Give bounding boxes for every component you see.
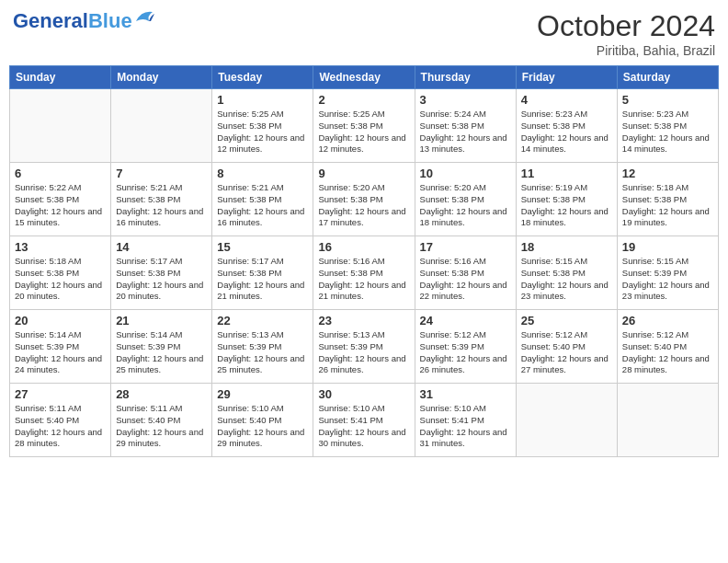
calendar-cell: 30Sunrise: 5:10 AM Sunset: 5:41 PM Dayli…: [313, 384, 415, 457]
day-number: 8: [217, 167, 308, 180]
day-number: 1: [217, 93, 308, 107]
day-number: 23: [318, 314, 409, 327]
weekday-header-tuesday: Tuesday: [212, 66, 313, 89]
month-year-title: October 2024: [537, 9, 715, 43]
page-header: GeneralBlue October 2024 Piritiba, Bahia…: [9, 9, 719, 58]
calendar-cell: 10Sunrise: 5:20 AM Sunset: 5:38 PM Dayli…: [415, 163, 516, 236]
day-number: 25: [521, 314, 612, 327]
day-number: 16: [318, 240, 409, 254]
calendar-cell: 15Sunrise: 5:17 AM Sunset: 5:38 PM Dayli…: [212, 236, 313, 310]
calendar-cell: 13Sunrise: 5:18 AM Sunset: 5:38 PM Dayli…: [10, 236, 111, 310]
day-info: Sunrise: 5:14 AM Sunset: 5:39 PM Dayligh…: [116, 329, 207, 376]
day-number: 24: [420, 314, 511, 327]
calendar-cell: 31Sunrise: 5:10 AM Sunset: 5:41 PM Dayli…: [415, 384, 516, 457]
day-number: 5: [622, 93, 713, 107]
day-number: 17: [420, 240, 511, 254]
calendar-cell: 17Sunrise: 5:16 AM Sunset: 5:38 PM Dayli…: [415, 236, 516, 310]
day-number: 11: [521, 167, 612, 180]
day-info: Sunrise: 5:19 AM Sunset: 5:38 PM Dayligh…: [521, 182, 612, 229]
day-info: Sunrise: 5:20 AM Sunset: 5:38 PM Dayligh…: [318, 182, 409, 229]
calendar-cell: 25Sunrise: 5:12 AM Sunset: 5:40 PM Dayli…: [516, 310, 617, 384]
day-number: 20: [15, 314, 106, 327]
day-number: 10: [420, 167, 511, 180]
calendar-cell: 2Sunrise: 5:25 AM Sunset: 5:38 PM Daylig…: [313, 89, 415, 163]
day-number: 19: [622, 240, 713, 254]
day-info: Sunrise: 5:12 AM Sunset: 5:40 PM Dayligh…: [622, 329, 713, 376]
day-info: Sunrise: 5:12 AM Sunset: 5:39 PM Dayligh…: [420, 329, 511, 376]
day-number: 9: [318, 167, 409, 180]
day-number: 7: [116, 167, 207, 180]
day-info: Sunrise: 5:21 AM Sunset: 5:38 PM Dayligh…: [116, 182, 207, 229]
calendar-cell: 4Sunrise: 5:23 AM Sunset: 5:38 PM Daylig…: [516, 89, 617, 163]
calendar-cell: 5Sunrise: 5:23 AM Sunset: 5:38 PM Daylig…: [617, 89, 718, 163]
calendar-cell: 6Sunrise: 5:22 AM Sunset: 5:38 PM Daylig…: [10, 163, 111, 236]
day-number: 13: [15, 240, 106, 254]
weekday-header-thursday: Thursday: [415, 66, 516, 89]
calendar-cell: 24Sunrise: 5:12 AM Sunset: 5:39 PM Dayli…: [415, 310, 516, 384]
calendar-cell: [111, 89, 212, 163]
day-info: Sunrise: 5:23 AM Sunset: 5:38 PM Dayligh…: [521, 109, 612, 155]
day-info: Sunrise: 5:15 AM Sunset: 5:39 PM Dayligh…: [622, 256, 713, 303]
calendar-cell: 22Sunrise: 5:13 AM Sunset: 5:39 PM Dayli…: [212, 310, 313, 384]
calendar-week-3: 13Sunrise: 5:18 AM Sunset: 5:38 PM Dayli…: [10, 236, 719, 310]
day-number: 18: [521, 240, 612, 254]
calendar-cell: 1Sunrise: 5:25 AM Sunset: 5:38 PM Daylig…: [212, 89, 313, 163]
day-number: 26: [622, 314, 713, 327]
calendar-table: SundayMondayTuesdayWednesdayThursdayFrid…: [9, 65, 719, 457]
day-info: Sunrise: 5:25 AM Sunset: 5:38 PM Dayligh…: [318, 109, 409, 155]
calendar-cell: [516, 384, 617, 457]
day-info: Sunrise: 5:18 AM Sunset: 5:38 PM Dayligh…: [622, 182, 713, 229]
day-info: Sunrise: 5:21 AM Sunset: 5:38 PM Dayligh…: [217, 182, 308, 229]
day-number: 2: [318, 93, 409, 107]
day-info: Sunrise: 5:11 AM Sunset: 5:40 PM Dayligh…: [15, 403, 106, 450]
day-info: Sunrise: 5:23 AM Sunset: 5:38 PM Dayligh…: [622, 109, 713, 155]
logo-bird-icon: [134, 8, 154, 25]
calendar-cell: 23Sunrise: 5:13 AM Sunset: 5:39 PM Dayli…: [313, 310, 415, 384]
day-number: 31: [420, 387, 511, 401]
calendar-cell: 3Sunrise: 5:24 AM Sunset: 5:38 PM Daylig…: [415, 89, 516, 163]
calendar-cell: [617, 384, 718, 457]
calendar-cell: 18Sunrise: 5:15 AM Sunset: 5:38 PM Dayli…: [516, 236, 617, 310]
calendar-cell: 8Sunrise: 5:21 AM Sunset: 5:38 PM Daylig…: [212, 163, 313, 236]
day-info: Sunrise: 5:15 AM Sunset: 5:38 PM Dayligh…: [521, 256, 612, 303]
day-info: Sunrise: 5:11 AM Sunset: 5:40 PM Dayligh…: [116, 403, 207, 450]
title-block: October 2024 Piritiba, Bahia, Brazil: [537, 9, 715, 58]
calendar-week-2: 6Sunrise: 5:22 AM Sunset: 5:38 PM Daylig…: [10, 163, 719, 236]
calendar-cell: 19Sunrise: 5:15 AM Sunset: 5:39 PM Dayli…: [617, 236, 718, 310]
day-number: 30: [318, 387, 409, 401]
day-info: Sunrise: 5:22 AM Sunset: 5:38 PM Dayligh…: [15, 182, 106, 229]
weekday-header-wednesday: Wednesday: [313, 66, 415, 89]
calendar-cell: 12Sunrise: 5:18 AM Sunset: 5:38 PM Dayli…: [617, 163, 718, 236]
weekday-header-row: SundayMondayTuesdayWednesdayThursdayFrid…: [10, 66, 719, 89]
logo-text: GeneralBlue: [13, 9, 132, 33]
weekday-header-sunday: Sunday: [10, 66, 111, 89]
day-number: 21: [116, 314, 207, 327]
day-number: 12: [622, 167, 713, 180]
calendar-cell: 11Sunrise: 5:19 AM Sunset: 5:38 PM Dayli…: [516, 163, 617, 236]
day-info: Sunrise: 5:13 AM Sunset: 5:39 PM Dayligh…: [217, 329, 308, 376]
calendar-cell: 9Sunrise: 5:20 AM Sunset: 5:38 PM Daylig…: [313, 163, 415, 236]
calendar-cell: 28Sunrise: 5:11 AM Sunset: 5:40 PM Dayli…: [111, 384, 212, 457]
calendar-week-5: 27Sunrise: 5:11 AM Sunset: 5:40 PM Dayli…: [10, 384, 719, 457]
weekday-header-saturday: Saturday: [617, 66, 718, 89]
day-number: 3: [420, 93, 511, 107]
day-info: Sunrise: 5:12 AM Sunset: 5:40 PM Dayligh…: [521, 329, 612, 376]
day-info: Sunrise: 5:13 AM Sunset: 5:39 PM Dayligh…: [318, 329, 409, 376]
day-info: Sunrise: 5:17 AM Sunset: 5:38 PM Dayligh…: [217, 256, 308, 303]
calendar-cell: 20Sunrise: 5:14 AM Sunset: 5:39 PM Dayli…: [10, 310, 111, 384]
day-number: 14: [116, 240, 207, 254]
day-info: Sunrise: 5:14 AM Sunset: 5:39 PM Dayligh…: [15, 329, 106, 376]
day-info: Sunrise: 5:17 AM Sunset: 5:38 PM Dayligh…: [116, 256, 207, 303]
calendar-cell: 26Sunrise: 5:12 AM Sunset: 5:40 PM Dayli…: [617, 310, 718, 384]
location-subtitle: Piritiba, Bahia, Brazil: [537, 43, 715, 58]
day-info: Sunrise: 5:20 AM Sunset: 5:38 PM Dayligh…: [420, 182, 511, 229]
calendar-cell: 7Sunrise: 5:21 AM Sunset: 5:38 PM Daylig…: [111, 163, 212, 236]
day-info: Sunrise: 5:16 AM Sunset: 5:38 PM Dayligh…: [420, 256, 511, 303]
day-info: Sunrise: 5:25 AM Sunset: 5:38 PM Dayligh…: [217, 109, 308, 155]
day-info: Sunrise: 5:24 AM Sunset: 5:38 PM Dayligh…: [420, 109, 511, 155]
day-info: Sunrise: 5:18 AM Sunset: 5:38 PM Dayligh…: [15, 256, 106, 303]
calendar-week-4: 20Sunrise: 5:14 AM Sunset: 5:39 PM Dayli…: [10, 310, 719, 384]
day-info: Sunrise: 5:10 AM Sunset: 5:41 PM Dayligh…: [420, 403, 511, 450]
calendar-cell: 27Sunrise: 5:11 AM Sunset: 5:40 PM Dayli…: [10, 384, 111, 457]
weekday-header-monday: Monday: [111, 66, 212, 89]
